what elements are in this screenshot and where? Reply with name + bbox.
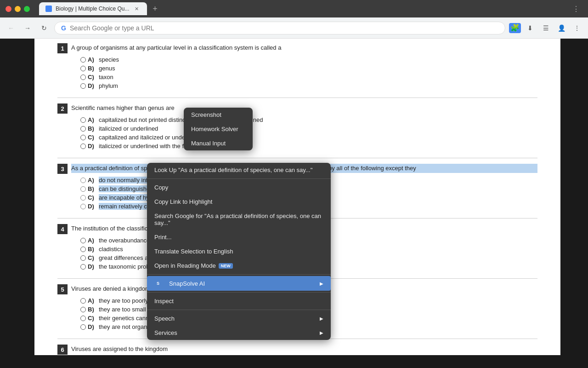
question-6-row: 6 Viruses are assigned to the kingdom <box>57 345 537 355</box>
tab-bar: Biology | Multiple Choice Qu... ✕ + <box>35 2 165 15</box>
radio-4-d[interactable] <box>80 264 86 270</box>
radio-3-c[interactable] <box>80 195 86 201</box>
manual-input-text: Manual Input <box>191 140 226 147</box>
radio-3-d[interactable] <box>80 204 86 209</box>
inspect-menu-item[interactable]: Inspect <box>147 294 331 308</box>
radio-1-a[interactable] <box>80 57 86 63</box>
text-1-c: taxon <box>99 74 113 80</box>
radio-1-c[interactable] <box>80 75 86 80</box>
text-1-a: species <box>99 56 119 63</box>
radio-2-b[interactable] <box>80 126 86 132</box>
google-icon: G <box>61 24 66 32</box>
question-1-text: A group of organisms at any particular l… <box>71 43 537 52</box>
label-4-c: C) <box>88 254 97 261</box>
radio-5-a[interactable] <box>80 298 86 304</box>
speech-menu-item[interactable]: Speech ▶ <box>147 311 331 326</box>
question-1-row: 1 A group of organisms at any particular… <box>57 43 537 53</box>
radio-2-d[interactable] <box>80 144 86 149</box>
radio-1-b[interactable] <box>80 66 86 71</box>
radio-5-d[interactable] <box>80 324 86 330</box>
submenu-arrow-icon: ▶ <box>320 281 323 286</box>
print-menu-item[interactable]: Print... <box>147 230 331 244</box>
radio-2-c[interactable] <box>80 135 86 140</box>
services-arrow-icon: ▶ <box>320 330 323 335</box>
forward-button[interactable]: → <box>21 22 34 34</box>
sidebar-button[interactable]: ☰ <box>539 22 552 34</box>
services-text: Services <box>154 329 177 336</box>
radio-5-c[interactable] <box>80 316 86 321</box>
copy-link-menu-item[interactable]: Copy Link to Highlight <box>147 195 331 209</box>
option-2-d: D) italicized or underlined with the fir… <box>80 143 537 150</box>
radio-4-c[interactable] <box>80 255 86 261</box>
label-2-a: A) <box>88 116 97 123</box>
profile-button[interactable]: 👤 <box>555 22 568 34</box>
right-sidebar <box>560 39 588 355</box>
label-1-c: C) <box>88 74 97 80</box>
question-4-num: 4 <box>57 224 68 234</box>
label-5-d: D) <box>88 323 97 330</box>
label-4-b: B) <box>88 246 97 253</box>
radio-2-a[interactable] <box>80 117 86 123</box>
menu-button[interactable]: ⋮ <box>571 22 583 34</box>
question-2-text: Scientific names higher than genus are <box>71 104 537 113</box>
left-sidebar <box>0 39 34 355</box>
inspect-text: Inspect <box>154 298 174 305</box>
option-1-b: B) genus <box>80 65 537 72</box>
minimize-button[interactable] <box>15 6 21 12</box>
option-1-a: A) species <box>80 56 537 63</box>
radio-5-b[interactable] <box>80 307 86 312</box>
speech-text: Speech <box>154 315 175 322</box>
question-2-options: A) capitalized but not printed distincti… <box>80 116 537 150</box>
reload-button[interactable]: ↻ <box>38 22 51 34</box>
screenshot-submenu-item[interactable]: Screenshot <box>184 108 253 122</box>
radio-4-a[interactable] <box>80 238 86 243</box>
search-google-menu-item[interactable]: Search Google for "As a practical defini… <box>147 209 331 230</box>
new-badge: NEW <box>219 263 233 269</box>
radio-3-b[interactable] <box>80 186 86 192</box>
radio-3-a[interactable] <box>80 178 86 183</box>
translate-text: Translate Selection to English <box>154 248 233 255</box>
nav-icons: 🧩 ⬇ ☰ 👤 ⋮ <box>509 22 583 34</box>
reading-mode-menu-item[interactable]: Open in Reading Mode NEW <box>147 259 331 273</box>
active-tab[interactable]: Biology | Multiple Choice Qu... ✕ <box>39 2 147 15</box>
text-5-b: they are too small <box>99 306 146 313</box>
downloads-button[interactable]: ⬇ <box>524 22 537 34</box>
tab-title: Biology | Multiple Choice Qu... <box>56 6 130 12</box>
option-2-b: B) italicized or underlined <box>80 125 537 132</box>
label-4-a: A) <box>88 237 97 244</box>
text-4-b: cladistics <box>99 246 123 253</box>
snapsolve-text: SnapSolve AI <box>169 280 205 287</box>
window-controls <box>6 6 30 12</box>
copy-menu-item[interactable]: Copy <box>147 180 331 195</box>
translate-menu-item[interactable]: Translate Selection to English <box>147 244 331 259</box>
extensions-button[interactable]: 🧩 <box>509 23 521 33</box>
reading-mode-text: Open in Reading Mode <box>154 262 216 269</box>
text-2-b: italicized or underlined <box>99 125 158 132</box>
label-3-d: D) <box>88 203 97 210</box>
snapsolve-icon: S <box>154 280 162 287</box>
manual-input-submenu-item[interactable]: Manual Input <box>184 136 253 150</box>
close-button[interactable] <box>6 6 11 12</box>
option-2-c: C) capitalized and italicized or underli… <box>80 134 537 141</box>
address-bar[interactable]: G <box>54 22 505 34</box>
chrome-menu-button[interactable]: ⋮ <box>570 2 582 15</box>
homework-solver-submenu-item[interactable]: Homework Solver <box>184 122 253 136</box>
snapsolve-menu-item[interactable]: S SnapSolve AI ▶ <box>147 276 331 291</box>
question-5-num: 5 <box>57 284 68 294</box>
lookup-menu-item[interactable]: Look Up "As a practical definition of sp… <box>147 163 331 177</box>
tab-close-button[interactable]: ✕ <box>133 5 141 12</box>
address-input[interactable] <box>70 24 498 32</box>
radio-1-d[interactable] <box>80 83 86 89</box>
back-button[interactable]: ← <box>5 22 17 34</box>
maximize-button[interactable] <box>24 6 30 12</box>
radio-4-b[interactable] <box>80 247 86 252</box>
question-1: 1 A group of organisms at any particular… <box>57 43 537 89</box>
text-1-b: genus <box>99 65 115 72</box>
label-2-d: D) <box>88 143 97 150</box>
label-2-b: B) <box>88 125 97 132</box>
label-1-a: A) <box>88 56 97 63</box>
services-menu-item[interactable]: Services ▶ <box>147 326 331 340</box>
text-1-d: phylum <box>99 82 118 89</box>
screenshot-text: Screenshot <box>191 111 221 118</box>
new-tab-button[interactable]: + <box>149 2 162 15</box>
